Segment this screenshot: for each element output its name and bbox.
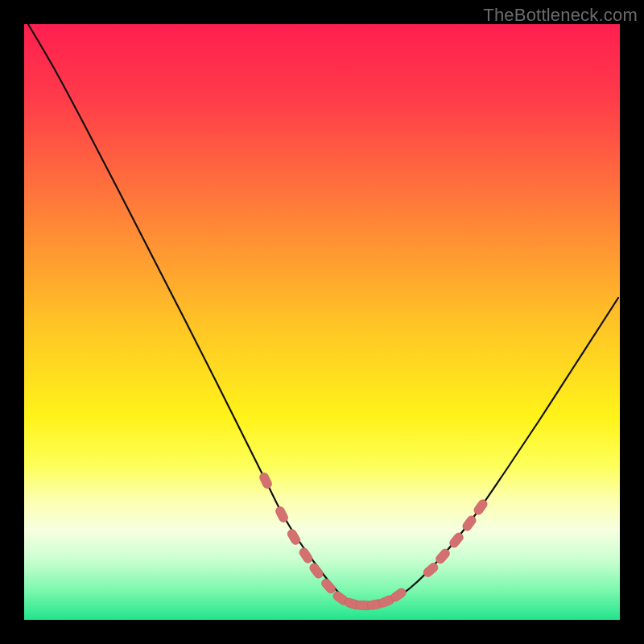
curve-marker	[473, 498, 489, 517]
bottleneck-curve	[28, 24, 618, 605]
plot-area	[24, 24, 620, 620]
curve-markers	[258, 472, 489, 611]
curve-marker	[298, 547, 314, 565]
curve-layer	[24, 24, 620, 620]
curve-marker	[308, 562, 325, 580]
curve-marker	[286, 528, 302, 547]
watermark-text: TheBottleneck.com	[483, 5, 638, 26]
app-frame: TheBottleneck.com	[0, 0, 644, 644]
curve-marker	[320, 577, 336, 595]
curve-marker	[258, 472, 274, 490]
